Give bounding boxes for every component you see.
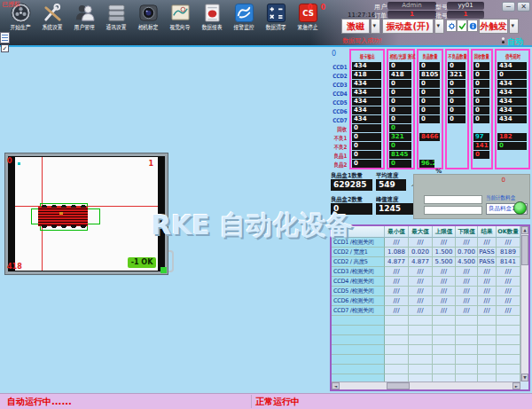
results-cell: [385, 365, 409, 374]
horizontal-scrollbar[interactable]: ◄ ►: [332, 381, 520, 389]
stats-cell-slot: 434: [352, 80, 382, 89]
results-cell: [497, 345, 520, 355]
results-row[interactable]: CCD5 /检测关闭//////////////////: [332, 287, 528, 296]
results-cell: [497, 335, 520, 345]
stats-cell-slot: 0: [473, 115, 490, 124]
results-cell: ///: [433, 238, 456, 248]
counter-input-1[interactable]: [424, 195, 482, 204]
results-row[interactable]: CCD2 / 高度54.8774.8775.5004.500PASS8141: [332, 257, 528, 267]
toolbar-button-vision-wizard[interactable]: 视觉向导: [164, 3, 196, 32]
stats-cell-slot: 321: [389, 133, 412, 142]
excite-button[interactable]: 激磁: [341, 19, 370, 34]
counter-input-2[interactable]: [424, 206, 482, 215]
vertical-scroll-thumb[interactable]: [521, 235, 528, 265]
stats-value-cell: 0: [473, 106, 489, 114]
stats-row-label: CCD5: [332, 98, 348, 107]
stats-cell-slot: 0: [448, 89, 466, 98]
results-cell: [385, 335, 409, 345]
stats-value-cell: 0: [352, 124, 381, 132]
stats-cell-slot: 97: [473, 133, 490, 142]
toolbar-button-user-management[interactable]: 用户管理: [68, 3, 100, 32]
toolbar-button-communication-settings[interactable]: 通讯设置: [100, 3, 132, 32]
batch-value-field[interactable]: 1: [447, 11, 484, 19]
stats-value-cell: 0: [473, 71, 489, 79]
results-cell: [385, 326, 409, 335]
results-cell: 0.700: [456, 248, 478, 257]
stats-value-cell: 0: [448, 80, 466, 88]
external-trigger-dropdown[interactable]: [509, 19, 519, 34]
stats-cell-slot: 0: [473, 62, 490, 71]
results-row[interactable]: CCD7 /检测关闭//////////////////: [332, 306, 528, 316]
report-icon: [202, 3, 223, 23]
toolbar-button-label: 数据清零: [262, 23, 289, 32]
results-row[interactable]: CCD4 /检测关闭//////////////////: [332, 277, 528, 287]
average-speed-value: 549: [376, 179, 406, 191]
stats-cell-slot: 0: [389, 160, 412, 169]
results-cell: [385, 355, 409, 365]
external-trigger-button[interactable]: 外触发: [479, 19, 508, 34]
minimize-button[interactable]: ─: [502, 2, 515, 12]
results-row-label: [332, 345, 385, 355]
user-value-field[interactable]: Admin: [387, 2, 436, 10]
stats-cell-slot: [448, 124, 466, 133]
stats-cell-slot: 434: [352, 106, 382, 115]
tray-checkbox[interactable]: ✓: [1, 44, 9, 52]
results-cell: 4.877: [385, 257, 409, 267]
results-cell: [478, 326, 497, 335]
results-cell: [497, 355, 520, 365]
stats-value-cell: 0: [473, 115, 489, 123]
model-value-field[interactable]: yy01: [447, 2, 484, 10]
excite-dropdown[interactable]: [371, 19, 380, 34]
vibration-bowl-button[interactable]: 振动盘(开): [382, 19, 434, 34]
vertical-scrollbar[interactable]: ▲ ▼: [520, 226, 528, 381]
results-row[interactable]: CCD2 / 宽度11.0880.0201.5000.700PASS8189: [332, 248, 528, 257]
stats-value-cell: 0: [389, 98, 411, 106]
results-cell: ///: [478, 277, 497, 287]
stats-cell-slot: [448, 160, 466, 169]
toolbar-button-system-settings[interactable]: 系统设置: [36, 3, 68, 32]
results-row[interactable]: CCD1 /检测关闭//////////////////: [332, 238, 528, 248]
info-button[interactable]: [467, 20, 478, 32]
results-cell: 4.877: [409, 257, 433, 267]
stats-cell-slot: 0: [473, 106, 490, 115]
results-cell: [433, 365, 456, 374]
confirm-check-button[interactable]: [457, 20, 467, 32]
order-value-field[interactable]: 1: [387, 11, 436, 19]
results-cell: [433, 316, 456, 326]
stats-column: 不良品数量032100000: [445, 49, 469, 169]
results-row[interactable]: CCD6 /检测关闭//////////////////: [332, 296, 528, 306]
toolbar-button-camera-calibration[interactable]: 相机标定: [132, 3, 164, 32]
stats-value-cell: 418: [389, 71, 411, 79]
scroll-left-icon[interactable]: ◄: [332, 382, 340, 389]
results-cell: 5.500: [433, 257, 456, 267]
toolbar-button-label: 报警监控: [231, 23, 257, 32]
close-button[interactable]: ✕: [517, 2, 530, 12]
stats-cell-slot: 0: [473, 80, 490, 89]
toolbar-button-data-reset[interactable]: 数据清零: [260, 3, 292, 32]
scroll-down-icon[interactable]: ▼: [521, 374, 528, 381]
results-cell: ///: [433, 306, 456, 316]
tray-document-icon[interactable]: [0, 32, 10, 43]
stats-value-cell: 96.21: [419, 160, 434, 168]
tools-icon: [43, 3, 63, 23]
stats-value-cell: 0: [473, 62, 489, 70]
stats-cell-slot: 0: [389, 115, 412, 124]
stats-row-label: CCD4: [332, 90, 348, 98]
toolbar-button-data-report[interactable]: 数据报表: [196, 3, 228, 32]
toolbar-button-alarm-monitor[interactable]: 报警监控: [228, 3, 260, 32]
results-row[interactable]: CCD3 /检测关闭//////////////////: [332, 267, 528, 277]
scroll-up-icon[interactable]: ▲: [521, 226, 528, 234]
stats-value-cell: 0: [419, 106, 440, 114]
horizontal-scroll-thumb[interactable]: [387, 382, 410, 389]
stats-cell-slot: [473, 124, 490, 133]
settings-gear-button[interactable]: [446, 20, 457, 32]
scroll-right-icon[interactable]: ►: [512, 382, 520, 389]
calculator-icon: [266, 3, 286, 23]
stats-cell-slot: [419, 151, 441, 160]
vibration-bowl-dropdown[interactable]: [434, 19, 444, 34]
stats-value-cell: 8145: [389, 151, 411, 159]
results-cell: [385, 316, 409, 326]
stats-row-label: 良品2: [332, 161, 348, 169]
stats-column-header: 信号延时: [497, 51, 528, 62]
stats-cell-slot: 0: [352, 151, 382, 160]
